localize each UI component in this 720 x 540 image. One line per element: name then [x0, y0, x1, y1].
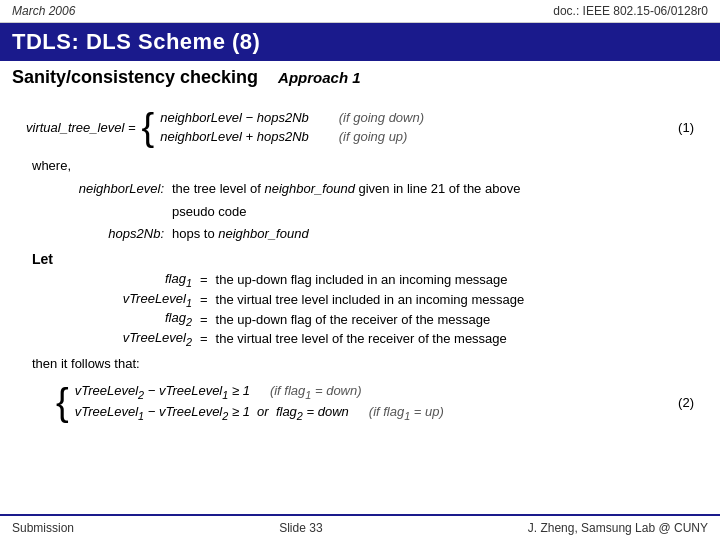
formula1-row2-if: (if going up)	[339, 129, 408, 144]
formula1-row2-math: neighborLevel + hops2Nb	[160, 129, 309, 144]
then-label: then it follows that:	[32, 356, 140, 371]
approach-label: Approach 1	[278, 69, 361, 86]
footer: Submission Slide 33 J. Zheng, Samsung La…	[0, 514, 720, 540]
main-content: virtual_tree_level = { neighborLevel − h…	[0, 90, 720, 436]
where-key-2: hops2Nb:	[42, 224, 172, 245]
formula2-row2-math: vTreeLevel1 − vTreeLevel2 ≥ 1 or flag2 =…	[75, 404, 349, 422]
let-row-1: flag1 = the up-down flag included in an …	[92, 271, 704, 289]
title-label: TDLS: DLS Scheme (8)	[12, 29, 260, 54]
formula2-row1-math: vTreeLevel2 − vTreeLevel1 ≥ 1	[75, 383, 250, 401]
subtitle-row: Sanity/consistency checking Approach 1	[0, 61, 720, 90]
title-bar: TDLS: DLS Scheme (8)	[0, 23, 720, 61]
header: March 2006 doc.: IEEE 802.15-06/0128r0	[0, 0, 720, 23]
formula-1-block: virtual_tree_level = { neighborLevel − h…	[16, 104, 704, 150]
formula1-eq-num: (1)	[678, 120, 694, 135]
let-rhs-3: the up-down flag of the receiver of the …	[216, 312, 491, 327]
formula2-row1-if: (if flag1 = down)	[270, 383, 362, 401]
where-table: neighborLevel: the tree level of neighbo…	[42, 179, 704, 245]
formula1-row1-math: neighborLevel − hops2Nb	[160, 110, 309, 125]
let-row-2: vTreeLevel1 = the virtual tree level inc…	[92, 291, 704, 309]
formula2-row2-if: (if flag1 = up)	[369, 404, 444, 422]
let-rhs-4: the virtual tree level of the receiver o…	[216, 331, 507, 346]
formula2-eq-num: (2)	[678, 395, 694, 410]
formula1-brace: {	[142, 108, 155, 146]
then-section: then it follows that:	[32, 356, 704, 371]
formula1-lhs: virtual_tree_level =	[26, 120, 136, 135]
let-title: Let	[32, 251, 704, 267]
where-title: where,	[32, 156, 704, 177]
let-lhs-1: flag1	[92, 271, 192, 289]
formula2-rhs: vTreeLevel2 − vTreeLevel1 ≥ 1 (if flag1 …	[75, 383, 444, 422]
footer-submission: Submission	[12, 521, 74, 535]
where-val-1: the tree level of neighbor_found given i…	[172, 179, 704, 200]
formula2-brace: {	[56, 383, 69, 421]
let-section: Let flag1 = the up-down flag included in…	[32, 251, 704, 347]
header-doc-ref: doc.: IEEE 802.15-06/0128r0	[553, 4, 708, 18]
let-row-4: vTreeLevel2 = the virtual tree level of …	[92, 330, 704, 348]
where-section: where, neighborLevel: the tree level of …	[32, 156, 704, 245]
footer-slide: Slide 33	[279, 521, 322, 535]
let-row-3: flag2 = the up-down flag of the receiver…	[92, 310, 704, 328]
let-rhs-1: the up-down flag included in an incoming…	[216, 272, 508, 287]
footer-author: J. Zheng, Samsung Lab @ CUNY	[528, 521, 708, 535]
formula1-row1-if: (if going down)	[339, 110, 424, 125]
let-rhs-2: the virtual tree level included in an in…	[216, 292, 525, 307]
where-val-2: hops to neighbor_found	[172, 224, 704, 245]
header-date: March 2006	[12, 4, 75, 18]
let-lhs-2: vTreeLevel1	[92, 291, 192, 309]
where-key-1: neighborLevel:	[42, 179, 172, 200]
subtitle-label: Sanity/consistency checking	[12, 67, 258, 88]
let-lhs-4: vTreeLevel2	[92, 330, 192, 348]
let-lhs-3: flag2	[92, 310, 192, 328]
formula1-rhs: neighborLevel − hops2Nb (if going down) …	[160, 110, 424, 144]
where-val-blank: pseudo code	[172, 202, 704, 223]
formula-2-block: { vTreeLevel2 − vTreeLevel1 ≥ 1 (if flag…	[16, 379, 704, 426]
